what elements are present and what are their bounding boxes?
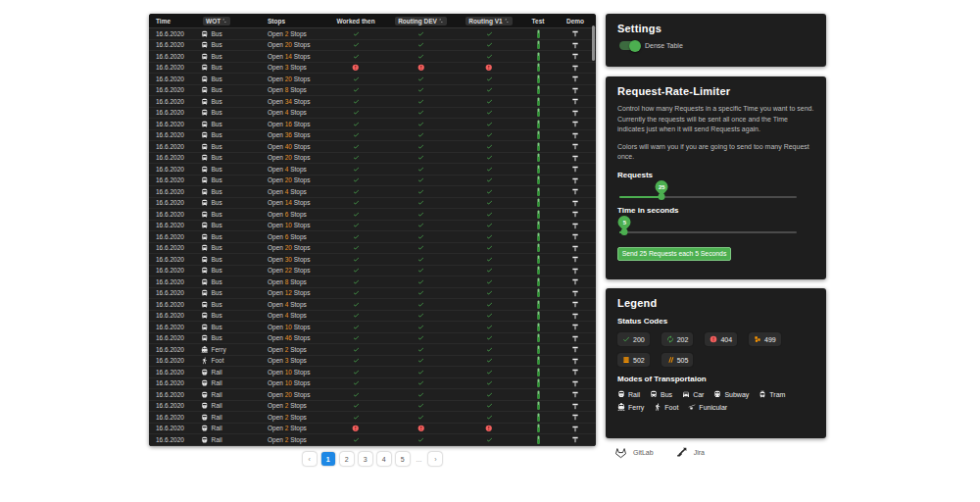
check-icon — [353, 41, 360, 48]
time-slider[interactable]: 5 — [619, 231, 797, 233]
table-row[interactable]: 16.6.2020BusOpen 22 Stops — [149, 266, 596, 277]
test-tube-icon — [536, 97, 541, 107]
table-row[interactable]: 16.6.2020BusOpen 20 Stops — [149, 243, 596, 255]
table-row[interactable]: 16.6.2020BusOpen 30 Stops — [149, 254, 596, 266]
time-slider-thumb[interactable] — [621, 228, 628, 235]
pagination-prev-button[interactable]: ‹ — [303, 452, 317, 466]
hammer-icon — [571, 402, 579, 410]
test-tube-icon — [536, 288, 541, 298]
table-row[interactable]: 16.6.2020BusOpen 10 Stops — [149, 221, 596, 232]
row-status — [457, 312, 521, 319]
row-status — [457, 121, 521, 127]
send-requests-button[interactable]: Send 25 Requests each 5 Seconds — [617, 247, 731, 261]
dense-table-toggle[interactable] — [619, 41, 639, 50]
table-row[interactable]: 16.6.2020BusOpen 40 Stops — [149, 141, 596, 153]
requests-slider-thumb[interactable] — [659, 193, 665, 200]
table-row[interactable]: 16.6.2020BusOpen 46 Stops — [149, 333, 596, 345]
table-row[interactable]: 16.6.2020RailOpen 10 Stops — [149, 378, 596, 390]
table-row[interactable]: 16.6.2020BusOpen 10 Stops — [149, 322, 596, 333]
row-mode: Bus — [199, 211, 260, 219]
table-row[interactable]: 16.6.2020BusOpen 12 Stops — [149, 288, 596, 300]
table-row[interactable]: 16.6.2020RailOpen 2 Stops — [149, 434, 596, 446]
check-icon — [353, 379, 360, 386]
pagination-page-1[interactable]: 1 — [321, 452, 335, 466]
check-icon — [417, 121, 424, 127]
pagination-page-5[interactable]: 5 — [396, 452, 410, 466]
row-stops: Open 20 Stops — [260, 41, 326, 48]
table-row[interactable]: 16.6.2020FerryOpen 2 Stops — [149, 344, 596, 356]
table-row[interactable]: 16.6.2020BusOpen 36 Stops — [149, 130, 596, 142]
row-demo — [555, 300, 596, 308]
row-time: 16.6.2020 — [149, 379, 199, 386]
table-row[interactable]: 16.6.2020BusOpen 4 Stops — [149, 186, 596, 198]
sort-button-routing-v1[interactable]: Routing V1 — [466, 17, 512, 25]
requests-slider[interactable]: 25 — [619, 196, 797, 198]
table-row[interactable]: 16.6.2020BusOpen 14 Stops — [149, 51, 596, 63]
row-mode: Rail — [199, 425, 260, 432]
table-scrollbar[interactable] — [592, 25, 595, 61]
row-mode: Bus — [199, 86, 260, 94]
check-icon — [353, 278, 360, 285]
table-row[interactable]: 16.6.2020BusOpen 2 Stops — [149, 28, 596, 40]
check-icon — [486, 86, 493, 93]
row-mode: Bus — [199, 267, 260, 275]
check-icon — [417, 324, 424, 330]
row-status — [326, 86, 385, 93]
table-row[interactable]: 16.6.2020BusOpen 3 Stops — [149, 63, 596, 75]
table-row[interactable]: 16.6.2020RailOpen 2 Stops — [149, 424, 596, 435]
pagination-page-2[interactable]: 2 — [340, 452, 354, 466]
table-row[interactable]: 16.6.2020BusOpen 4 Stops — [149, 164, 596, 176]
table-row[interactable]: 16.6.2020BusOpen 14 Stops — [149, 198, 596, 210]
row-test — [521, 221, 555, 230]
column-header-routing-v1[interactable]: Routing V1 — [457, 17, 521, 25]
table-row[interactable]: 16.6.2020RailOpen 10 Stops — [149, 367, 596, 378]
status-chip-505: 505 — [662, 353, 694, 367]
table-row[interactable]: 16.6.2020BusOpen 8 Stops — [149, 85, 596, 97]
table-row[interactable]: 16.6.2020BusOpen 4 Stops — [149, 311, 596, 323]
mode-bus: Bus — [650, 390, 672, 398]
pagination-next-button[interactable]: › — [428, 452, 442, 466]
bus-icon — [201, 256, 209, 264]
link-jira[interactable]: Jira — [675, 446, 705, 459]
check-icon — [353, 289, 360, 296]
table-row[interactable]: 16.6.2020BusOpen 6 Stops — [149, 231, 596, 243]
column-header-wot[interactable]: WOT — [199, 17, 260, 25]
test-tube-icon — [536, 120, 541, 129]
row-stops: Open 2 Stops — [260, 425, 326, 431]
row-time: 16.6.2020 — [149, 402, 199, 409]
table-row[interactable]: 16.6.2020BusOpen 20 Stops — [149, 176, 596, 187]
table-row[interactable]: 16.6.2020BusOpen 20 Stops — [149, 153, 596, 165]
row-mode: Bus — [199, 244, 260, 252]
column-header-routing-dev[interactable]: Routing DEV — [385, 17, 457, 25]
table-row[interactable]: 16.6.2020RailOpen 2 Stops — [149, 446, 596, 447]
pagination-page-4[interactable]: 4 — [377, 452, 391, 466]
sort-button-routing-dev[interactable]: Routing DEV — [395, 17, 447, 25]
table-row[interactable]: 16.6.2020BusOpen 20 Stops — [149, 40, 596, 52]
row-mode: Rail — [199, 402, 260, 410]
check-icon — [417, 369, 424, 376]
sort-button-wot[interactable]: WOT — [203, 17, 230, 25]
table-row[interactable]: 16.6.2020RailOpen 2 Stops — [149, 412, 596, 424]
table-row[interactable]: 16.6.2020BusOpen 20 Stops — [149, 74, 596, 85]
row-status — [326, 53, 385, 60]
table-row[interactable]: 16.6.2020RailOpen 2 Stops — [149, 401, 596, 413]
link-gitlab[interactable]: GitLab — [614, 446, 654, 459]
row-status — [457, 256, 521, 263]
row-status — [326, 278, 385, 285]
check-icon — [417, 199, 424, 206]
row-test — [521, 266, 555, 276]
table-row[interactable]: 16.6.2020BusOpen 8 Stops — [149, 276, 596, 288]
table-row[interactable]: 16.6.2020BusOpen 16 Stops — [149, 119, 596, 130]
table-row[interactable]: 16.6.2020BusOpen 34 Stops — [149, 96, 596, 108]
table-row[interactable]: 16.6.2020FootOpen 3 Stops — [149, 356, 596, 368]
bus-icon — [201, 222, 209, 229]
row-time: 16.6.2020 — [149, 278, 199, 285]
error-icon — [485, 425, 493, 432]
table-row[interactable]: 16.6.2020BusOpen 4 Stops — [149, 108, 596, 120]
row-status — [385, 267, 457, 274]
table-row[interactable]: 16.6.2020BusOpen 6 Stops — [149, 209, 596, 221]
table-row[interactable]: 16.6.2020BusOpen 4 Stops — [149, 299, 596, 311]
table-row[interactable]: 16.6.2020RailOpen 20 Stops — [149, 389, 596, 401]
check-icon — [417, 53, 424, 60]
pagination-page-3[interactable]: 3 — [359, 452, 372, 466]
